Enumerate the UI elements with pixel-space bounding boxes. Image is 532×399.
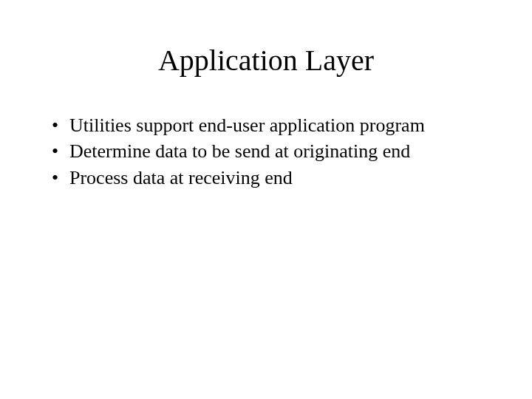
list-item: Utilities support end-user application p… — [47, 113, 488, 137]
bullet-list: Utilities support end-user application p… — [44, 113, 488, 190]
list-item: Determine data to be send at originating… — [47, 139, 488, 163]
list-item: Process data at receiving end — [47, 166, 488, 190]
slide-title: Application Layer — [44, 43, 488, 78]
slide: Application Layer Utilities support end-… — [0, 0, 532, 399]
